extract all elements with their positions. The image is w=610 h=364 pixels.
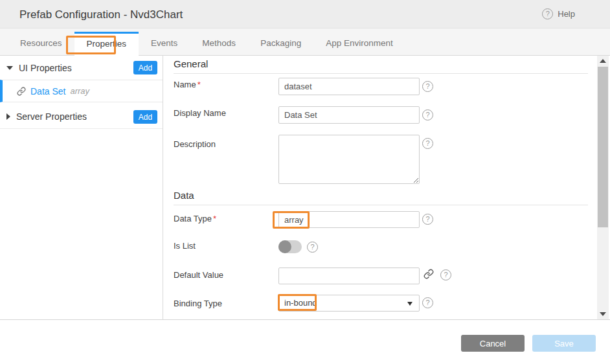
sidebar-group-ui-properties[interactable]: UI Properties Add (0, 56, 163, 80)
vertical-scrollbar[interactable] (597, 56, 609, 319)
toggle-knob (278, 240, 291, 253)
sidebar-group-server-properties[interactable]: Server Properties Add (0, 105, 163, 129)
display-name-help-icon[interactable] (422, 109, 433, 120)
data-type-label: Data Type* (174, 214, 216, 223)
description-help-icon[interactable] (422, 138, 433, 149)
required-marker: * (213, 214, 216, 223)
data-type-help-icon[interactable] (422, 214, 433, 225)
group-label: Server Properties (16, 111, 87, 122)
required-marker: * (198, 80, 201, 89)
is-list-toggle[interactable] (278, 240, 302, 253)
help-label: Help (558, 9, 575, 19)
default-value-label: Default Value (174, 270, 223, 280)
sidebar-item-type: array (70, 86, 89, 96)
tab-app-environment[interactable]: App Environment (313, 32, 405, 55)
properties-sidebar: UI Properties Add Data Set array Server … (0, 56, 163, 319)
binding-type-value: in-bound (284, 298, 317, 308)
name-label: Name* (174, 80, 201, 89)
add-ui-property-button[interactable]: Add (133, 61, 157, 74)
tab-methods[interactable]: Methods (190, 32, 248, 55)
dropdown-arrow-icon (407, 302, 412, 306)
name-input[interactable] (278, 78, 420, 95)
is-list-help-icon[interactable] (307, 242, 318, 253)
tab-properties[interactable]: Properties (74, 32, 139, 56)
description-textarea[interactable] (278, 135, 420, 184)
scroll-down-icon[interactable] (600, 312, 606, 316)
cancel-button[interactable]: Cancel (461, 335, 525, 352)
binding-type-help-icon[interactable] (422, 297, 433, 308)
prefab-configuration-dialog: Prefab Configuration - Nvd3Chart Help Re… (0, 0, 610, 364)
name-help-icon[interactable] (422, 81, 433, 92)
description-label: Description (174, 139, 216, 149)
section-title-data: Data (174, 190, 588, 205)
help-question-icon (542, 8, 553, 19)
caret-down-icon (6, 66, 13, 70)
display-name-input[interactable] (278, 106, 420, 124)
bind-variable-link-icon[interactable] (424, 269, 434, 282)
tab-bar: Resources Properties Events Methods Pack… (0, 28, 610, 56)
binding-type-select[interactable]: in-bound (278, 295, 420, 312)
binding-type-label: Binding Type (174, 299, 222, 308)
is-list-label: Is List (174, 241, 196, 251)
tab-packaging[interactable]: Packaging (248, 32, 313, 55)
dialog-footer: Cancel Save (0, 320, 610, 364)
scroll-up-icon[interactable] (600, 59, 606, 63)
add-server-property-button[interactable]: Add (133, 110, 157, 124)
link-icon (17, 87, 26, 96)
display-name-label: Display Name (174, 108, 226, 118)
dialog-title: Prefab Configuration - Nvd3Chart (19, 8, 183, 21)
save-button[interactable]: Save (532, 335, 596, 352)
property-form: General Name* Display Name Description D… (164, 56, 597, 319)
help-button[interactable]: Help (542, 8, 575, 19)
caret-right-icon (6, 113, 10, 120)
tab-resources[interactable]: Resources (8, 32, 74, 55)
section-title-general: General (174, 58, 588, 74)
title-bar: Prefab Configuration - Nvd3Chart Help (0, 0, 610, 28)
data-type-input[interactable] (278, 211, 420, 228)
default-value-help-icon[interactable] (440, 269, 451, 280)
group-label: UI Properties (19, 63, 72, 73)
tab-events[interactable]: Events (139, 32, 190, 55)
sidebar-item-label: Data Set (30, 86, 65, 97)
default-value-input[interactable] (278, 267, 420, 284)
scrollbar-thumb[interactable] (598, 67, 608, 227)
sidebar-item-dataset[interactable]: Data Set array (0, 80, 163, 102)
